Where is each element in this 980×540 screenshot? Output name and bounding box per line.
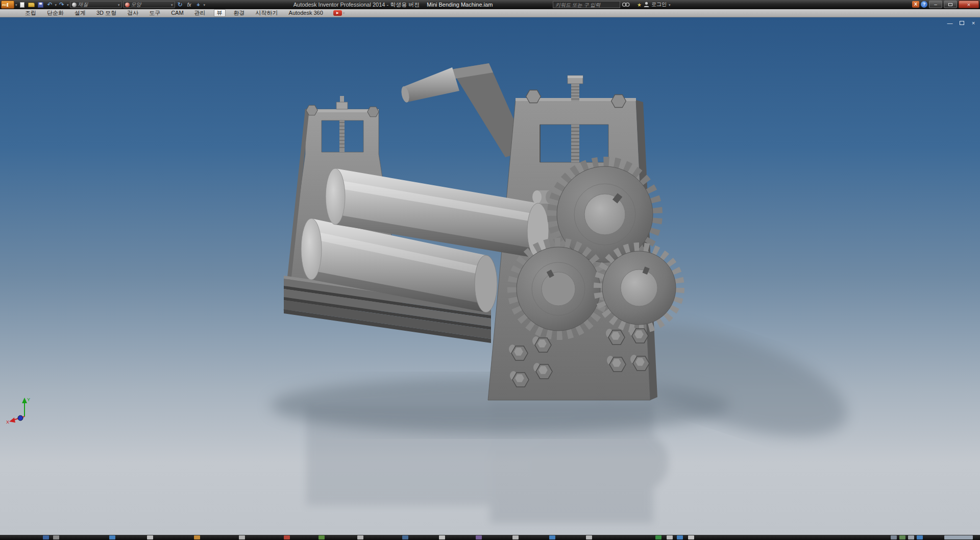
sign-in-button[interactable]: 로그인 bbox=[651, 1, 667, 8]
tab-model-3d[interactable]: 3D 모형 bbox=[94, 9, 119, 17]
tab-get-started[interactable]: 시작하기 bbox=[253, 9, 281, 17]
open-folder-icon bbox=[28, 3, 35, 7]
quick-access-toolbar: I PRO ▾ ↶ ▾ ↷ ▾ 재질 ▾ 모양 ▾ ↻ fx + bbox=[1, 0, 205, 9]
chevron-down-icon: ▾ bbox=[343, 9, 345, 17]
inventor-window: I PRO ▾ ↶ ▾ ↷ ▾ 재질 ▾ 모양 ▾ ↻ fx + bbox=[0, 0, 980, 540]
tab-environments[interactable]: 환경 bbox=[231, 9, 248, 17]
update-icon: ↻ bbox=[178, 1, 183, 8]
taskbar-icon[interactable] bbox=[667, 535, 673, 539]
window-title: Autodesk Inventor Professional 2014 - 학생… bbox=[225, 0, 561, 9]
redo-dropdown-icon[interactable]: ▾ bbox=[67, 1, 69, 9]
restore-icon bbox=[960, 21, 964, 25]
taskbar-icon[interactable] bbox=[944, 535, 973, 539]
taskbar-icon[interactable] bbox=[357, 535, 363, 539]
appearance-combo[interactable]: 모양 ▾ bbox=[123, 1, 175, 8]
search-area bbox=[553, 1, 630, 8]
new-file-icon bbox=[20, 2, 24, 8]
search-input[interactable] bbox=[553, 1, 620, 8]
close-button[interactable]: × bbox=[959, 1, 979, 8]
y-axis-label: Y bbox=[27, 397, 30, 402]
chevron-down-icon: ▾ bbox=[171, 1, 173, 9]
appearance-sphere-icon bbox=[125, 3, 130, 7]
taskbar-icon[interactable] bbox=[677, 535, 683, 539]
exchange-apps-icon[interactable]: X bbox=[912, 1, 919, 8]
graphics-window[interactable]: X Y — × bbox=[0, 17, 980, 535]
minimize-button[interactable]: – bbox=[929, 1, 942, 8]
insert-button[interactable]: + bbox=[194, 1, 203, 9]
doc-minimize-button[interactable]: — bbox=[946, 20, 953, 26]
taskbar-icon[interactable] bbox=[512, 535, 519, 539]
doc-close-button[interactable]: × bbox=[970, 20, 977, 26]
update-button[interactable]: ↻ bbox=[176, 1, 184, 9]
redo-icon: ↷ bbox=[59, 1, 64, 8]
taskbar-icon[interactable] bbox=[917, 535, 923, 539]
tab-autodesk-360[interactable]: Autodesk 360 bbox=[286, 9, 326, 17]
window-controls: X ? – × bbox=[912, 1, 979, 8]
3d-viewport[interactable]: X Y bbox=[0, 17, 980, 535]
maximize-icon bbox=[948, 3, 952, 6]
new-file-button[interactable] bbox=[18, 1, 27, 9]
doc-restore-button[interactable] bbox=[958, 20, 965, 26]
appearance-combo-value: 모양 bbox=[131, 1, 169, 8]
taskbar-icon[interactable] bbox=[586, 535, 592, 539]
fx-icon: fx bbox=[187, 2, 191, 8]
taskbar-icon[interactable] bbox=[43, 535, 49, 539]
person-icon bbox=[644, 2, 649, 8]
tab-simplify[interactable]: 단순화 bbox=[44, 9, 66, 17]
redo-button[interactable]: ↷ bbox=[58, 1, 66, 9]
material-combo-value: 재질 bbox=[78, 1, 116, 8]
play-video-icon: ▶ bbox=[333, 10, 342, 16]
material-combo[interactable]: 재질 ▾ bbox=[70, 1, 122, 8]
tab-design[interactable]: 설계 bbox=[72, 9, 88, 17]
save-button[interactable] bbox=[37, 1, 45, 9]
taskbar-icon[interactable] bbox=[109, 535, 115, 539]
undo-button[interactable]: ↶ bbox=[46, 1, 54, 9]
account-area: ★ 로그인 ▾ bbox=[637, 0, 670, 9]
favorites-star-icon[interactable]: ★ bbox=[637, 2, 642, 8]
taskbar-icon[interactable] bbox=[239, 535, 245, 539]
inventor-app-menu-button[interactable]: I PRO bbox=[1, 1, 14, 9]
tab-view[interactable]: 뷰 bbox=[214, 9, 226, 17]
chevron-down-icon[interactable]: ▾ bbox=[15, 1, 17, 9]
taskbar-icon[interactable] bbox=[476, 535, 482, 539]
app-title-text: Autodesk Inventor Professional 2014 - 학생… bbox=[293, 2, 420, 8]
parameters-button[interactable]: fx bbox=[185, 1, 193, 9]
taskbar-icon[interactable] bbox=[549, 535, 555, 539]
z-axis-dot bbox=[18, 415, 23, 421]
document-title-text: Mini Bending Machine.iam bbox=[427, 2, 493, 8]
taskbar-icon[interactable] bbox=[891, 535, 897, 539]
taskbar-icon[interactable] bbox=[655, 535, 662, 539]
chevron-down-icon: ▾ bbox=[118, 1, 120, 9]
save-floppy-icon bbox=[38, 2, 43, 8]
open-button[interactable] bbox=[28, 1, 36, 9]
taskbar-icon[interactable] bbox=[908, 535, 914, 539]
taskbar-icon[interactable] bbox=[284, 535, 290, 539]
undo-icon: ↶ bbox=[47, 1, 52, 8]
tab-inspect[interactable]: 검사 bbox=[125, 9, 141, 17]
tab-cam[interactable]: CAM bbox=[168, 9, 186, 17]
taskbar-icon[interactable] bbox=[439, 535, 445, 539]
tab-manage[interactable]: 관리 bbox=[192, 9, 208, 17]
material-sphere-icon bbox=[72, 3, 77, 7]
taskbar-icon[interactable] bbox=[402, 535, 408, 539]
chevron-down-icon[interactable]: ▾ bbox=[204, 1, 206, 9]
document-window-controls: — × bbox=[946, 20, 977, 26]
tab-assemble[interactable]: 조립 bbox=[22, 9, 39, 17]
titlebar: I PRO ▾ ↶ ▾ ↷ ▾ 재질 ▾ 모양 ▾ ↻ fx + bbox=[0, 0, 980, 9]
taskbar-icon[interactable] bbox=[318, 535, 325, 539]
taskbar-icon[interactable] bbox=[194, 535, 200, 539]
taskbar-icon[interactable] bbox=[688, 535, 694, 539]
ribbon-tab-bar: 조립단순화설계3D 모형검사도구CAM관리뷰환경시작하기Autodesk 360… bbox=[0, 9, 980, 17]
maximize-button[interactable] bbox=[944, 1, 957, 8]
taskbar-icon[interactable] bbox=[147, 535, 153, 539]
video-tutorials-button[interactable]: ▶ ▾ bbox=[333, 9, 345, 17]
tab-tools[interactable]: 도구 bbox=[146, 9, 163, 17]
taskbar-icon[interactable] bbox=[899, 535, 905, 539]
chevron-down-icon[interactable]: ▾ bbox=[669, 1, 671, 9]
taskbar-icon[interactable] bbox=[53, 535, 59, 539]
binoculars-search-icon[interactable] bbox=[622, 2, 630, 8]
undo-dropdown-icon[interactable]: ▾ bbox=[55, 1, 57, 9]
ribbon-tab-list: 조립단순화설계3D 모형검사도구CAM관리뷰환경시작하기Autodesk 360 bbox=[22, 9, 331, 17]
taskbar[interactable] bbox=[0, 535, 980, 540]
help-icon[interactable]: ? bbox=[921, 1, 927, 8]
